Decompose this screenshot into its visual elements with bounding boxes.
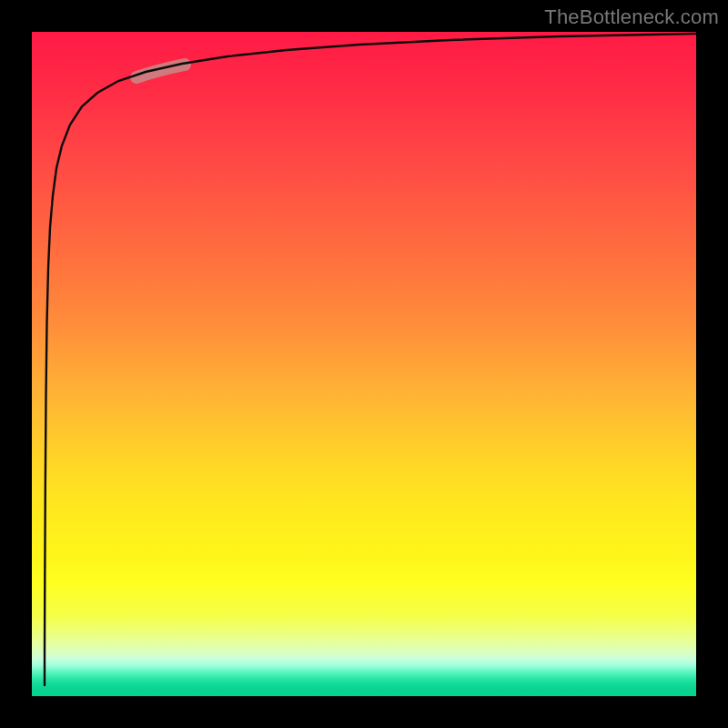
curve-highlight xyxy=(136,65,185,77)
watermark-text: TheBottleneck.com xyxy=(544,5,719,29)
chart-plot-area xyxy=(32,32,696,696)
main-curve xyxy=(45,34,696,685)
chart-curve-layer xyxy=(32,32,696,696)
